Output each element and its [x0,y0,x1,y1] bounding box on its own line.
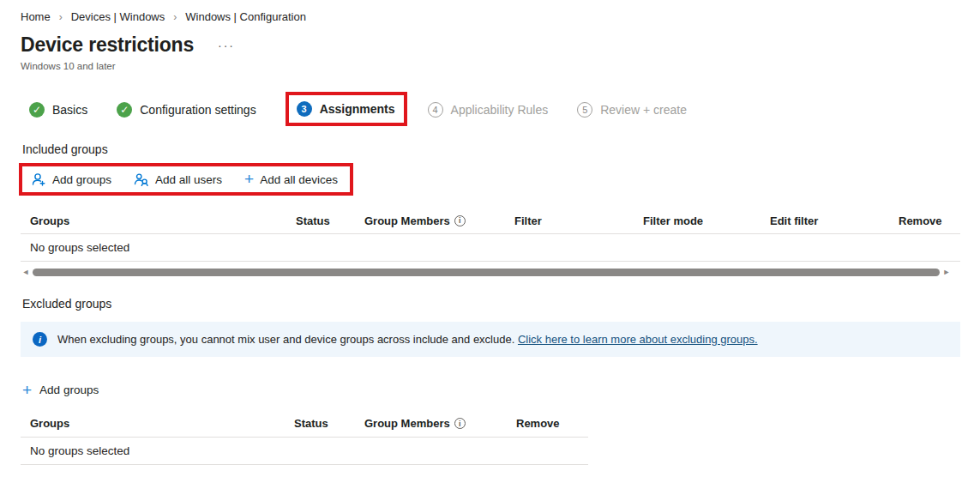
column-group-members: Group Members i [355,214,505,227]
add-all-users-label: Add all users [155,173,222,186]
table-header-row: Groups Status Group Members i Remove [21,411,588,437]
breadcrumb: Home › Devices | Windows › Windows | Con… [21,10,980,23]
empty-state-row: No groups selected [21,438,588,464]
title-row: Device restrictions ··· [21,33,980,57]
more-options-ellipsis-icon[interactable]: ··· [218,39,235,52]
column-remove: Remove [889,214,958,227]
step-basics[interactable]: ✓ Basics [29,102,87,118]
included-groups-table: Groups Status Group Members i Filter Fil… [21,208,960,262]
page-title: Device restrictions [21,33,194,57]
assignments-page: Home › Devices | Windows › Windows | Con… [0,0,980,465]
info-icon: i [33,332,47,347]
empty-state-text: No groups selected [21,241,286,254]
info-banner: i When excluding groups, you cannot mix … [21,322,960,357]
column-filter: Filter [505,214,634,227]
breadcrumb-separator: › [59,11,63,23]
info-icon[interactable]: i [454,418,466,429]
plus-icon: + [244,173,254,185]
column-filter-mode: Filter mode [634,214,761,227]
step-label: Basics [52,103,87,117]
check-circle-icon: ✓ [117,102,132,118]
empty-state-text: No groups selected [21,444,285,457]
excluded-groups-table: Groups Status Group Members i Remove No … [21,411,588,465]
page-subtitle: Windows 10 and later [21,61,980,71]
empty-state-row: No groups selected [21,234,960,261]
column-edit-filter: Edit filter [761,214,889,227]
person-add-icon [31,172,46,186]
column-groups: Groups [21,214,286,227]
info-icon[interactable]: i [454,215,466,226]
excluding-groups-learn-more-link[interactable]: Click here to learn more about excluding… [518,333,758,346]
add-groups-label: Add groups [39,383,99,396]
wizard-steps: ✓ Basics ✓ Configuration settings 3 Assi… [29,94,980,126]
scrollbar-thumb[interactable] [33,269,940,276]
scroll-right-arrow-icon[interactable]: ► [941,268,952,276]
step-label: Review + create [600,103,687,117]
breadcrumb-home[interactable]: Home [21,10,51,23]
excluded-add-groups-button[interactable]: + Add groups [22,383,99,396]
step-number-circle: 4 [428,102,443,118]
scrollbar-track[interactable] [33,269,940,276]
step-review-create[interactable]: 5 Review + create [577,102,687,118]
column-groups: Groups [21,417,285,430]
excluded-groups-label: Excluded groups [22,297,980,311]
add-all-devices-label: Add all devices [260,173,338,186]
step-label: Configuration settings [140,103,256,117]
included-groups-label: Included groups [22,142,980,156]
breadcrumb-windows-configuration[interactable]: Windows | Configuration [185,10,306,23]
divider [21,261,960,262]
annotation-red-box-toolbar: Add groups Add all users + Add all devic… [19,163,353,196]
add-groups-button[interactable]: Add groups [31,172,111,186]
info-banner-text: When excluding groups, you cannot mix us… [57,333,758,346]
column-remove: Remove [507,417,584,430]
add-all-devices-button[interactable]: + Add all devices [244,173,338,186]
scroll-left-arrow-icon[interactable]: ◄ [21,268,31,276]
add-groups-label: Add groups [52,173,111,186]
column-status: Status [286,214,355,227]
annotation-red-box-assignments: 3 Assignments [286,92,407,126]
column-group-members: Group Members i [355,417,507,430]
horizontal-scrollbar[interactable]: ◄ ► [5,268,952,276]
step-label: Assignments [320,102,395,116]
step-number-circle: 3 [297,101,312,117]
breadcrumb-devices-windows[interactable]: Devices | Windows [71,10,165,23]
step-configuration-settings[interactable]: ✓ Configuration settings [117,102,256,118]
breadcrumb-separator: › [173,11,177,23]
step-label: Applicability Rules [451,103,549,117]
step-applicability-rules[interactable]: 4 Applicability Rules [428,102,549,118]
plus-icon: + [22,384,32,396]
people-icon [134,172,149,186]
divider [21,464,588,465]
table-header-row: Groups Status Group Members i Filter Fil… [21,208,960,233]
step-assignments[interactable]: 3 Assignments [297,101,395,117]
step-number-circle: 5 [577,102,592,118]
column-status: Status [285,417,355,430]
check-circle-icon: ✓ [29,102,45,118]
add-all-users-button[interactable]: Add all users [134,172,222,186]
